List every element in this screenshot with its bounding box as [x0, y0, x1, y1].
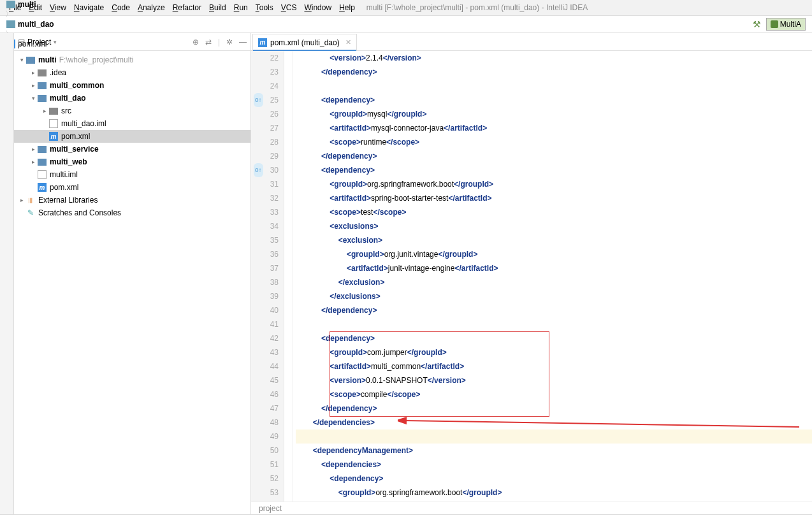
tree-arrow[interactable]: ▸: [29, 146, 37, 152]
left-tool-gutter[interactable]: [0, 33, 14, 514]
code-line[interactable]: <groupId>org.springframework.boot</group…: [296, 486, 812, 500]
line-number[interactable]: 40: [251, 303, 284, 317]
tree-item-External Libraries[interactable]: ▸⫼External Libraries: [14, 194, 250, 206]
tree-item-multi_dao.iml[interactable]: multi_dao.iml: [14, 117, 250, 130]
line-number[interactable]: 31: [251, 177, 284, 191]
build-icon[interactable]: ⚒: [753, 19, 761, 29]
code-line[interactable]: </exclusion>: [296, 275, 812, 289]
code-line[interactable]: <scope>test</scope>: [296, 205, 812, 219]
code-line[interactable]: </dependency>: [296, 149, 812, 163]
tree-item-multi.iml[interactable]: multi.iml: [14, 168, 250, 181]
code-line[interactable]: <dependency>: [296, 331, 812, 345]
code-line[interactable]: <version>0.0.1-SNAPSHOT</version>: [296, 373, 812, 387]
code-editor[interactable]: 2223242526272829303132333435363738394041…: [251, 51, 812, 514]
line-number[interactable]: 30: [251, 163, 284, 177]
tree-item-multi_dao[interactable]: ▾multi_dao: [14, 92, 250, 105]
line-number[interactable]: 50: [251, 444, 284, 458]
code-line[interactable]: <scope>runtime</scope>: [296, 135, 812, 149]
code-line[interactable]: <dependencies>: [296, 458, 812, 472]
fold-bar[interactable]: [284, 51, 293, 514]
menu-window[interactable]: Window: [300, 2, 335, 13]
code-line[interactable]: </dependency>: [296, 303, 812, 317]
line-number[interactable]: 41: [251, 317, 284, 331]
code-line[interactable]: <artifactId>mysql-connector-java</artifa…: [296, 121, 812, 135]
tree-item-pom.xml[interactable]: mpom.xml: [14, 181, 250, 194]
line-number[interactable]: 28: [251, 135, 284, 149]
line-number[interactable]: 35: [251, 233, 284, 247]
locate-icon[interactable]: ⊕: [192, 38, 199, 47]
code-line[interactable]: </dependency>: [296, 401, 812, 415]
breadcrumb-multi[interactable]: multi: [4, 0, 57, 9]
tree-item-multi_common[interactable]: ▸multi_common: [14, 79, 250, 92]
code-line[interactable]: <dependency>: [296, 472, 812, 486]
line-number[interactable]: 36: [251, 247, 284, 261]
menu-refactor[interactable]: Refactor: [169, 2, 205, 13]
line-number[interactable]: 38: [251, 275, 284, 289]
menu-tools[interactable]: Tools: [252, 2, 277, 13]
code-line[interactable]: [296, 79, 812, 93]
tree-item-pom.xml[interactable]: mpom.xml: [14, 130, 250, 143]
tree-arrow[interactable]: ▸: [29, 159, 37, 165]
tree-item-multi[interactable]: ▾multiF:\whole_project\multi: [14, 54, 250, 66]
expand-icon[interactable]: ⇄: [205, 38, 212, 47]
line-number[interactable]: 39: [251, 289, 284, 303]
code-line[interactable]: <artifactId>multi_common</artifactId>: [296, 359, 812, 373]
line-number[interactable]: 23: [251, 65, 284, 79]
code-line[interactable]: <dependency>: [296, 93, 812, 107]
code-line[interactable]: <groupId>org.junit.vintage</groupId>: [296, 247, 812, 261]
code-line[interactable]: <groupId>org.springframework.boot</group…: [296, 177, 812, 191]
menu-help[interactable]: Help: [335, 2, 359, 13]
line-number[interactable]: 25: [251, 93, 284, 107]
line-number[interactable]: 48: [251, 415, 284, 430]
code-line[interactable]: </dependencies>: [296, 415, 812, 430]
line-number[interactable]: 49: [251, 430, 284, 444]
structure-breadcrumb[interactable]: project: [251, 502, 812, 514]
tree-item-Scratches and Consoles[interactable]: ✎Scratches and Consoles: [14, 206, 250, 219]
menu-run[interactable]: Run: [230, 2, 252, 13]
line-number[interactable]: 51: [251, 458, 284, 472]
line-number[interactable]: 32: [251, 191, 284, 205]
code-line[interactable]: <artifactId>junit-vintage-engine</artifa…: [296, 261, 812, 275]
tree-item-multi_service[interactable]: ▸multi_service: [14, 143, 250, 155]
line-number[interactable]: 45: [251, 373, 284, 387]
line-number[interactable]: 47: [251, 401, 284, 415]
line-number[interactable]: 24: [251, 79, 284, 93]
line-number[interactable]: 27: [251, 121, 284, 135]
code-line[interactable]: [296, 430, 812, 444]
menu-analyze[interactable]: Analyze: [134, 2, 169, 13]
code-line[interactable]: <scope>compile</scope>: [296, 387, 812, 401]
code-line[interactable]: <exclusion>: [296, 233, 812, 247]
code-line[interactable]: [296, 317, 812, 331]
line-number[interactable]: 46: [251, 387, 284, 401]
menu-build[interactable]: Build: [205, 2, 230, 13]
line-number[interactable]: 44: [251, 359, 284, 373]
breadcrumb-multi_dao[interactable]: multi_dao: [4, 20, 57, 29]
code-line[interactable]: <version>2.1.4</version>: [296, 51, 812, 65]
run-config-selector[interactable]: MultiA: [766, 18, 806, 31]
close-tab-icon[interactable]: ✕: [345, 38, 351, 47]
project-tree[interactable]: ▾multiF:\whole_project\multi▸.idea▸multi…: [14, 51, 250, 514]
code-line[interactable]: <exclusions>: [296, 219, 812, 233]
line-gutter[interactable]: 2223242526272829303132333435363738394041…: [251, 51, 284, 514]
tree-item-.idea[interactable]: ▸.idea: [14, 66, 250, 79]
code-line[interactable]: <groupId>com.jumper</groupId>: [296, 345, 812, 359]
line-number[interactable]: 42: [251, 331, 284, 345]
code-line[interactable]: <dependency>: [296, 163, 812, 177]
line-number[interactable]: 34: [251, 219, 284, 233]
code-content[interactable]: <version>2.1.4</version> </dependency> <…: [293, 51, 812, 514]
tree-arrow[interactable]: ▾: [29, 95, 37, 101]
tab-pom-xml[interactable]: m pom.xml (multi_dao) ✕: [252, 34, 357, 50]
line-number[interactable]: 33: [251, 205, 284, 219]
tree-arrow[interactable]: ▾: [18, 57, 25, 63]
tree-arrow[interactable]: ▸: [41, 108, 48, 114]
code-line[interactable]: <groupId>mysql</groupId>: [296, 107, 812, 121]
code-line[interactable]: </exclusions>: [296, 289, 812, 303]
code-line[interactable]: </dependency>: [296, 65, 812, 79]
line-number[interactable]: 26: [251, 107, 284, 121]
tree-arrow[interactable]: ▸: [29, 82, 37, 89]
menu-code[interactable]: Code: [108, 2, 134, 13]
code-line[interactable]: <dependencyManagement>: [296, 444, 812, 458]
line-number[interactable]: 43: [251, 345, 284, 359]
line-number[interactable]: 52: [251, 472, 284, 486]
project-view-selector[interactable]: ▤ Project ▾: [18, 38, 57, 47]
